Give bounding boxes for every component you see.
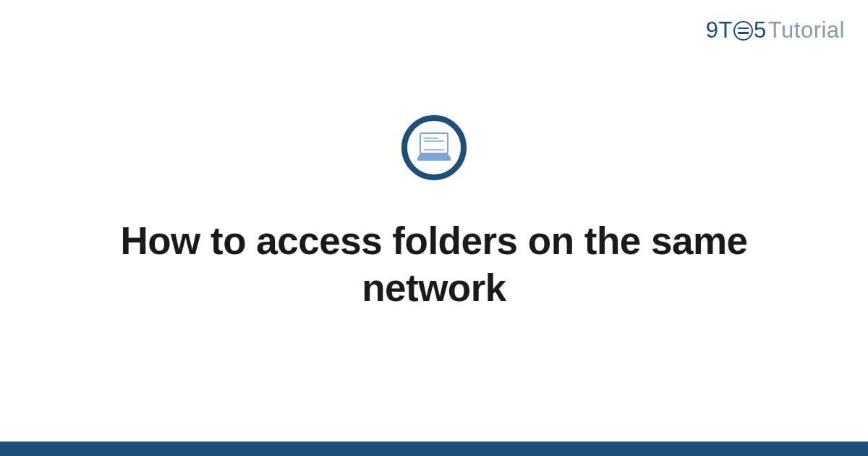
article-title: How to access folders on the same networ… <box>58 218 810 311</box>
svg-rect-0 <box>420 133 448 153</box>
footer-accent-bar <box>0 442 868 456</box>
hero-content: How to access folders on the same networ… <box>0 0 868 456</box>
svg-rect-4 <box>417 158 451 161</box>
laptop-icon <box>416 132 452 164</box>
laptop-icon-badge <box>401 115 467 180</box>
